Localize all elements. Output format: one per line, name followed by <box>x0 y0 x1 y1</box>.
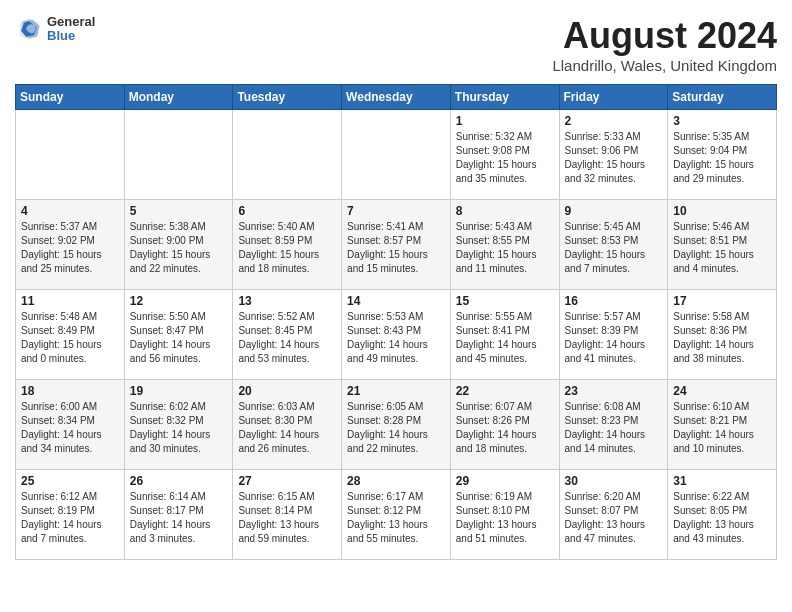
day-number: 1 <box>456 114 554 128</box>
calendar-cell: 2Sunrise: 5:33 AM Sunset: 9:06 PM Daylig… <box>559 110 668 200</box>
calendar-week-row: 1Sunrise: 5:32 AM Sunset: 9:08 PM Daylig… <box>16 110 777 200</box>
day-number: 10 <box>673 204 771 218</box>
day-number: 12 <box>130 294 228 308</box>
day-info: Sunrise: 5:52 AM Sunset: 8:45 PM Dayligh… <box>238 310 336 366</box>
calendar-cell: 31Sunrise: 6:22 AM Sunset: 8:05 PM Dayli… <box>668 470 777 560</box>
weekday-header: Sunday <box>16 85 125 110</box>
calendar-cell: 4Sunrise: 5:37 AM Sunset: 9:02 PM Daylig… <box>16 200 125 290</box>
day-number: 24 <box>673 384 771 398</box>
day-number: 5 <box>130 204 228 218</box>
calendar-cell: 7Sunrise: 5:41 AM Sunset: 8:57 PM Daylig… <box>342 200 451 290</box>
day-info: Sunrise: 6:19 AM Sunset: 8:10 PM Dayligh… <box>456 490 554 546</box>
day-info: Sunrise: 6:12 AM Sunset: 8:19 PM Dayligh… <box>21 490 119 546</box>
day-info: Sunrise: 6:05 AM Sunset: 8:28 PM Dayligh… <box>347 400 445 456</box>
logo-text: General Blue <box>47 15 95 44</box>
calendar-cell: 6Sunrise: 5:40 AM Sunset: 8:59 PM Daylig… <box>233 200 342 290</box>
day-info: Sunrise: 5:48 AM Sunset: 8:49 PM Dayligh… <box>21 310 119 366</box>
day-number: 29 <box>456 474 554 488</box>
calendar-cell: 17Sunrise: 5:58 AM Sunset: 8:36 PM Dayli… <box>668 290 777 380</box>
day-info: Sunrise: 6:08 AM Sunset: 8:23 PM Dayligh… <box>565 400 663 456</box>
logo-general: General <box>47 15 95 29</box>
weekday-row: SundayMondayTuesdayWednesdayThursdayFrid… <box>16 85 777 110</box>
calendar-cell: 14Sunrise: 5:53 AM Sunset: 8:43 PM Dayli… <box>342 290 451 380</box>
calendar-cell <box>124 110 233 200</box>
calendar-cell: 8Sunrise: 5:43 AM Sunset: 8:55 PM Daylig… <box>450 200 559 290</box>
day-info: Sunrise: 5:43 AM Sunset: 8:55 PM Dayligh… <box>456 220 554 276</box>
weekday-header: Wednesday <box>342 85 451 110</box>
calendar-cell: 30Sunrise: 6:20 AM Sunset: 8:07 PM Dayli… <box>559 470 668 560</box>
day-number: 17 <box>673 294 771 308</box>
day-number: 25 <box>21 474 119 488</box>
day-number: 4 <box>21 204 119 218</box>
day-info: Sunrise: 5:35 AM Sunset: 9:04 PM Dayligh… <box>673 130 771 186</box>
calendar-cell: 19Sunrise: 6:02 AM Sunset: 8:32 PM Dayli… <box>124 380 233 470</box>
day-info: Sunrise: 6:07 AM Sunset: 8:26 PM Dayligh… <box>456 400 554 456</box>
day-info: Sunrise: 5:57 AM Sunset: 8:39 PM Dayligh… <box>565 310 663 366</box>
day-info: Sunrise: 6:20 AM Sunset: 8:07 PM Dayligh… <box>565 490 663 546</box>
calendar-week-row: 4Sunrise: 5:37 AM Sunset: 9:02 PM Daylig… <box>16 200 777 290</box>
day-info: Sunrise: 5:55 AM Sunset: 8:41 PM Dayligh… <box>456 310 554 366</box>
weekday-header: Monday <box>124 85 233 110</box>
day-info: Sunrise: 5:45 AM Sunset: 8:53 PM Dayligh… <box>565 220 663 276</box>
calendar-cell: 23Sunrise: 6:08 AM Sunset: 8:23 PM Dayli… <box>559 380 668 470</box>
day-info: Sunrise: 5:33 AM Sunset: 9:06 PM Dayligh… <box>565 130 663 186</box>
calendar-cell: 26Sunrise: 6:14 AM Sunset: 8:17 PM Dayli… <box>124 470 233 560</box>
day-info: Sunrise: 5:46 AM Sunset: 8:51 PM Dayligh… <box>673 220 771 276</box>
logo: General Blue <box>15 15 95 44</box>
day-info: Sunrise: 6:15 AM Sunset: 8:14 PM Dayligh… <box>238 490 336 546</box>
calendar-cell: 1Sunrise: 5:32 AM Sunset: 9:08 PM Daylig… <box>450 110 559 200</box>
calendar: SundayMondayTuesdayWednesdayThursdayFrid… <box>15 84 777 560</box>
weekday-header: Tuesday <box>233 85 342 110</box>
day-info: Sunrise: 5:32 AM Sunset: 9:08 PM Dayligh… <box>456 130 554 186</box>
day-number: 21 <box>347 384 445 398</box>
calendar-cell: 16Sunrise: 5:57 AM Sunset: 8:39 PM Dayli… <box>559 290 668 380</box>
day-info: Sunrise: 6:10 AM Sunset: 8:21 PM Dayligh… <box>673 400 771 456</box>
day-number: 22 <box>456 384 554 398</box>
calendar-cell: 13Sunrise: 5:52 AM Sunset: 8:45 PM Dayli… <box>233 290 342 380</box>
day-info: Sunrise: 5:53 AM Sunset: 8:43 PM Dayligh… <box>347 310 445 366</box>
day-number: 27 <box>238 474 336 488</box>
day-info: Sunrise: 5:38 AM Sunset: 9:00 PM Dayligh… <box>130 220 228 276</box>
day-number: 9 <box>565 204 663 218</box>
calendar-cell: 22Sunrise: 6:07 AM Sunset: 8:26 PM Dayli… <box>450 380 559 470</box>
calendar-week-row: 25Sunrise: 6:12 AM Sunset: 8:19 PM Dayli… <box>16 470 777 560</box>
header: General Blue August 2024 Llandrillo, Wal… <box>15 15 777 74</box>
day-number: 11 <box>21 294 119 308</box>
calendar-cell: 3Sunrise: 5:35 AM Sunset: 9:04 PM Daylig… <box>668 110 777 200</box>
day-info: Sunrise: 6:17 AM Sunset: 8:12 PM Dayligh… <box>347 490 445 546</box>
day-info: Sunrise: 5:50 AM Sunset: 8:47 PM Dayligh… <box>130 310 228 366</box>
calendar-cell: 15Sunrise: 5:55 AM Sunset: 8:41 PM Dayli… <box>450 290 559 380</box>
day-number: 3 <box>673 114 771 128</box>
day-number: 23 <box>565 384 663 398</box>
subtitle: Llandrillo, Wales, United Kingdom <box>552 57 777 74</box>
day-info: Sunrise: 6:03 AM Sunset: 8:30 PM Dayligh… <box>238 400 336 456</box>
calendar-cell <box>342 110 451 200</box>
calendar-week-row: 11Sunrise: 5:48 AM Sunset: 8:49 PM Dayli… <box>16 290 777 380</box>
calendar-cell: 28Sunrise: 6:17 AM Sunset: 8:12 PM Dayli… <box>342 470 451 560</box>
calendar-cell: 9Sunrise: 5:45 AM Sunset: 8:53 PM Daylig… <box>559 200 668 290</box>
calendar-cell: 24Sunrise: 6:10 AM Sunset: 8:21 PM Dayli… <box>668 380 777 470</box>
calendar-cell: 11Sunrise: 5:48 AM Sunset: 8:49 PM Dayli… <box>16 290 125 380</box>
weekday-header: Thursday <box>450 85 559 110</box>
day-info: Sunrise: 5:58 AM Sunset: 8:36 PM Dayligh… <box>673 310 771 366</box>
main-title: August 2024 <box>552 15 777 57</box>
day-number: 14 <box>347 294 445 308</box>
day-number: 19 <box>130 384 228 398</box>
day-number: 18 <box>21 384 119 398</box>
calendar-header: SundayMondayTuesdayWednesdayThursdayFrid… <box>16 85 777 110</box>
calendar-cell <box>16 110 125 200</box>
day-number: 26 <box>130 474 228 488</box>
day-number: 15 <box>456 294 554 308</box>
day-number: 16 <box>565 294 663 308</box>
calendar-cell: 25Sunrise: 6:12 AM Sunset: 8:19 PM Dayli… <box>16 470 125 560</box>
day-number: 31 <box>673 474 771 488</box>
calendar-cell: 10Sunrise: 5:46 AM Sunset: 8:51 PM Dayli… <box>668 200 777 290</box>
day-info: Sunrise: 5:40 AM Sunset: 8:59 PM Dayligh… <box>238 220 336 276</box>
day-info: Sunrise: 5:41 AM Sunset: 8:57 PM Dayligh… <box>347 220 445 276</box>
logo-blue: Blue <box>47 29 95 43</box>
calendar-cell: 5Sunrise: 5:38 AM Sunset: 9:00 PM Daylig… <box>124 200 233 290</box>
day-info: Sunrise: 6:02 AM Sunset: 8:32 PM Dayligh… <box>130 400 228 456</box>
calendar-cell <box>233 110 342 200</box>
weekday-header: Saturday <box>668 85 777 110</box>
calendar-week-row: 18Sunrise: 6:00 AM Sunset: 8:34 PM Dayli… <box>16 380 777 470</box>
